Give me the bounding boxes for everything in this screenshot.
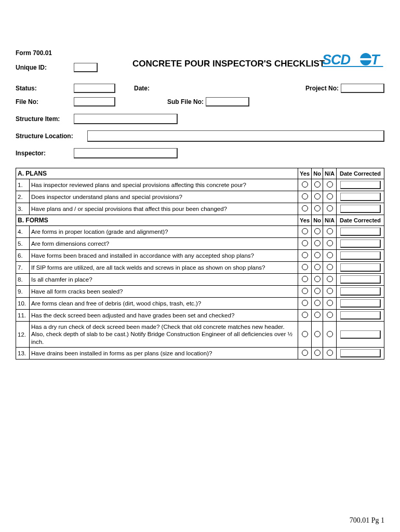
row-number: 9. (16, 286, 30, 298)
date-corrected-field[interactable] (340, 240, 381, 248)
date-corrected-field[interactable] (340, 251, 381, 260)
structure-location-field[interactable] (87, 130, 384, 142)
date-corrected-field[interactable] (340, 330, 381, 339)
project-no-field[interactable] (341, 84, 384, 93)
no-radio[interactable] (314, 228, 321, 234)
question-text: Is all chamfer in place? (30, 274, 298, 286)
yes-radio[interactable] (302, 312, 308, 318)
col-date-corrected: Date Corrected (337, 168, 384, 179)
structure-item-field[interactable] (74, 114, 178, 124)
date-label: Date: (134, 85, 150, 92)
date-corrected-field[interactable] (340, 228, 381, 236)
na-radio[interactable] (327, 264, 333, 270)
table-row: 10.Are forms clean and free of debris (d… (16, 298, 384, 310)
no-radio[interactable] (314, 312, 321, 318)
question-text: Are form dimensions correct? (30, 238, 298, 250)
date-corrected-field[interactable] (340, 181, 381, 189)
yes-radio[interactable] (302, 264, 308, 270)
table-row: 13.Have drains been installed in forms a… (16, 348, 384, 360)
question-text: Has a dry run check of deck screed been … (30, 322, 298, 348)
na-radio[interactable] (327, 228, 333, 234)
no-radio[interactable] (314, 264, 321, 270)
no-radio[interactable] (314, 240, 321, 246)
structure-item-label: Structure Item: (16, 115, 74, 123)
yes-radio[interactable] (302, 228, 308, 234)
na-radio[interactable] (327, 300, 333, 306)
row-number: 11. (16, 310, 30, 322)
na-radio[interactable] (327, 276, 333, 282)
yes-radio[interactable] (302, 240, 308, 246)
no-radio[interactable] (314, 331, 321, 337)
table-row: 5.Are form dimensions correct? (16, 238, 384, 250)
date-corrected-field[interactable] (340, 287, 381, 296)
question-text: Are forms clean and free of debris (dirt… (30, 298, 298, 310)
unique-id-field[interactable] (74, 63, 98, 72)
row-number: 12. (16, 322, 30, 348)
col-na: N/A (323, 168, 337, 179)
col-no: No (312, 168, 323, 179)
table-row: 4.Are forms in proper location (grade an… (16, 226, 384, 238)
structure-location-label: Structure Location: (16, 132, 87, 140)
no-radio[interactable] (314, 252, 321, 258)
na-radio[interactable] (327, 312, 333, 318)
col-na: N/A (323, 215, 337, 226)
question-text: Have forms been braced and installed in … (30, 250, 298, 262)
yes-radio[interactable] (302, 350, 308, 356)
na-radio[interactable] (327, 331, 333, 337)
file-no-field[interactable] (74, 97, 115, 107)
inspector-field[interactable] (74, 148, 178, 158)
na-radio[interactable] (327, 205, 333, 211)
question-text: If SIP forms are utilized, are all tack … (30, 262, 298, 274)
date-corrected-field[interactable] (340, 311, 381, 320)
row-number: 6. (16, 250, 30, 262)
scdot-logo: SCD T (322, 49, 384, 73)
date-corrected-field[interactable] (340, 193, 381, 201)
status-field[interactable] (74, 84, 115, 93)
yes-radio[interactable] (302, 276, 308, 282)
no-radio[interactable] (314, 205, 321, 211)
na-radio[interactable] (327, 252, 333, 258)
no-radio[interactable] (314, 276, 321, 282)
row-number: 7. (16, 262, 30, 274)
row-number: 4. (16, 226, 30, 238)
date-corrected-field[interactable] (340, 349, 381, 357)
file-no-label: File No: (16, 98, 74, 105)
no-radio[interactable] (314, 350, 321, 356)
date-corrected-field[interactable] (340, 299, 381, 308)
yes-radio[interactable] (302, 181, 308, 188)
na-radio[interactable] (327, 288, 333, 294)
col-date-corrected: Date Corrected (337, 215, 384, 226)
na-radio[interactable] (327, 193, 333, 200)
date-corrected-field[interactable] (340, 275, 381, 284)
sub-file-no-field[interactable] (206, 97, 249, 107)
yes-radio[interactable] (302, 252, 308, 258)
row-number: 8. (16, 274, 30, 286)
table-row: 9.Have all form cracks been sealed? (16, 286, 384, 298)
yes-radio[interactable] (302, 205, 308, 211)
date-corrected-field[interactable] (340, 205, 381, 213)
yes-radio[interactable] (302, 193, 308, 200)
table-row: 6.Have forms been braced and installed i… (16, 250, 384, 262)
yes-radio[interactable] (302, 331, 308, 337)
table-row: 8.Is all chamfer in place? (16, 274, 384, 286)
question-text: Have drains been installed in forms as p… (30, 348, 298, 360)
question-text: Have all form cracks been sealed? (30, 286, 298, 298)
na-radio[interactable] (327, 350, 333, 356)
row-number: 10. (16, 298, 30, 310)
no-radio[interactable] (314, 300, 321, 306)
table-row: 7.If SIP forms are utilized, are all tac… (16, 262, 384, 274)
svg-rect-4 (322, 66, 383, 67)
project-no-label: Project No: (305, 85, 339, 92)
na-radio[interactable] (327, 240, 333, 246)
question-text: Are forms in proper location (grade and … (30, 226, 298, 238)
sub-file-no-label: Sub File No: (167, 98, 204, 105)
no-radio[interactable] (314, 288, 321, 294)
no-radio[interactable] (314, 193, 321, 200)
date-corrected-field[interactable] (340, 263, 381, 272)
table-row: 12.Has a dry run check of deck screed be… (16, 322, 384, 348)
na-radio[interactable] (327, 181, 333, 188)
yes-radio[interactable] (302, 288, 308, 294)
svg-text:T: T (371, 52, 381, 68)
yes-radio[interactable] (302, 300, 308, 306)
no-radio[interactable] (314, 181, 321, 188)
